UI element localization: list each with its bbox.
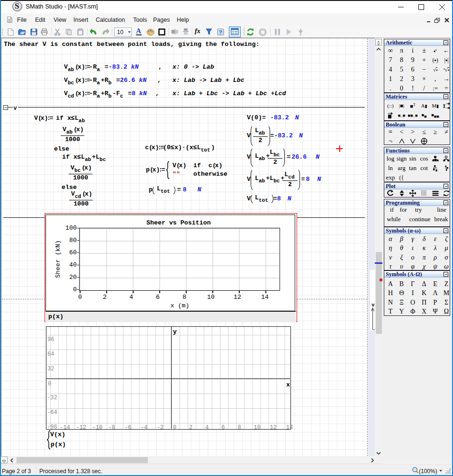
svg-text:?: ? [219,29,222,35]
svg-text:v: v [371,302,375,308]
